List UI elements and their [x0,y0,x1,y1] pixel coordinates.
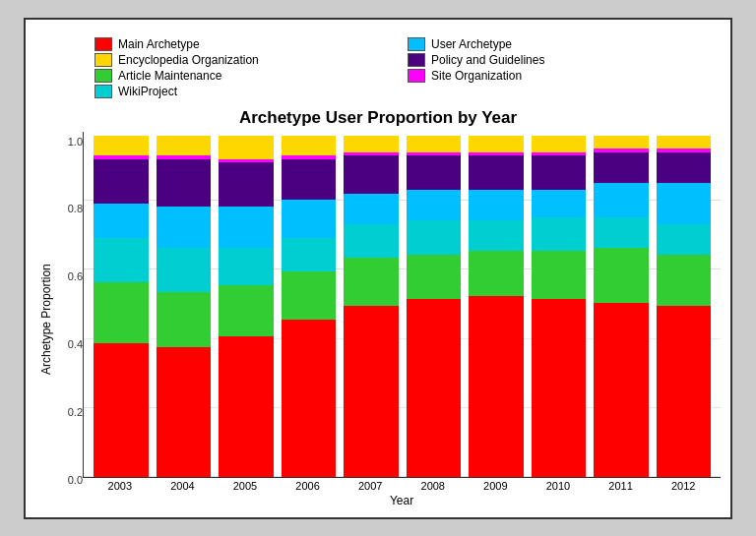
bar-segment [344,194,399,224]
legend: Main Archetype User Archetype Encycloped… [35,30,721,102]
bar-segment [469,136,524,152]
bar-segment [157,347,212,477]
bar-segment [344,224,399,259]
legend-label: Policy and Guidelines [431,53,544,67]
x-label-group: 2010 [531,480,586,492]
bar-segment [407,220,462,255]
stacked-bar [657,136,712,477]
bar-segment [407,255,462,299]
legend-color-box [94,69,112,83]
stacked-bar [282,136,337,477]
bar-segment [344,136,399,152]
x-tick-label: 2012 [656,480,711,492]
bar-segment [344,155,399,193]
bar-segment [657,152,712,183]
bar-group [469,136,524,477]
y-axis-label: Archetype Proportion [37,132,55,507]
bar-group [532,136,587,477]
bar-segment [157,248,212,292]
stacked-bar [532,136,587,477]
bar-segment [657,255,712,306]
x-label-group: 2012 [656,480,711,492]
legend-label: User Archetype [431,37,512,51]
x-label-group: 2004 [156,480,211,492]
bar-segment [594,136,649,149]
bar-group [657,136,712,477]
bar-segment [94,238,149,282]
x-label-group: 2009 [469,480,524,492]
x-axis: 2003200420052006200720082009201020112012 [83,480,721,492]
bar-segment [94,159,149,204]
y-tick-label: 0.6 [68,270,83,282]
legend-color-box [94,85,112,98]
bar-segment [407,155,462,190]
x-label-group: 2008 [406,480,461,492]
bar-group [219,136,274,477]
bar-segment [219,207,274,248]
bar-group [157,136,212,477]
x-label-group: 2003 [93,480,148,492]
legend-label: Site Organization [431,69,522,83]
bar-segment [657,136,712,149]
y-ticks: 0.00.20.40.60.81.0 [55,132,83,507]
bar-group [94,136,149,477]
x-tick-label: 2007 [343,480,398,492]
bar-segment [344,258,399,306]
bar-segment [219,162,274,207]
stacked-bar [219,136,274,477]
stacked-bar [94,136,149,477]
bar-group [344,136,399,477]
y-tick-label: 0.4 [68,338,83,350]
bar-segment [657,224,712,255]
bar-segment [407,299,462,476]
bar-segment [157,207,212,248]
x-tick-label: 2005 [218,480,273,492]
bar-segment [94,204,149,238]
legend-item: Policy and Guidelines [408,53,701,67]
bar-segment [532,155,587,190]
chart-container: Main Archetype User Archetype Encycloped… [24,18,732,519]
x-axis-title: Year [83,494,721,507]
bar-segment [219,285,274,336]
y-tick-label: 1.0 [68,136,83,148]
stacked-bar [344,136,399,477]
bar-segment [282,320,337,477]
stacked-bar [594,136,649,477]
x-label-group: 2011 [594,480,649,492]
legend-color-box [408,53,425,67]
x-label-group: 2005 [218,480,273,492]
bar-segment [282,238,337,272]
legend-item: Main Archetype [94,37,388,51]
legend-label: Article Maintenance [118,69,221,83]
bar-segment [469,220,524,251]
bar-segment [344,306,399,477]
bar-segment [469,251,524,295]
legend-item: User Archetype [408,37,701,51]
bar-segment [469,296,524,477]
legend-color-box [94,37,112,51]
x-tick-label: 2003 [93,480,148,492]
bar-segment [532,136,587,152]
bar-segment [219,336,274,476]
bar-segment [594,152,649,183]
x-label-group: 2006 [281,480,336,492]
stacked-bar [407,136,462,477]
x-tick-label: 2010 [531,480,586,492]
bar-group [594,136,649,477]
chart-title: Archetype User Proportion by Year [35,108,721,128]
stacked-bar [157,136,212,477]
bar-segment [157,159,212,208]
bar-segment [469,155,524,190]
bar-segment [532,190,587,217]
x-tick-label: 2008 [406,480,461,492]
bar-segment [282,271,337,320]
legend-item: Site Organization [408,69,701,83]
y-tick-label: 0.2 [68,406,83,418]
bar-segment [532,217,587,252]
y-tick-label: 0.0 [68,474,83,486]
bar-group [282,136,337,477]
x-tick-label: 2009 [469,480,524,492]
legend-label: Encyclopedia Organization [118,53,259,67]
bar-group [407,136,462,477]
bar-segment [532,299,587,476]
